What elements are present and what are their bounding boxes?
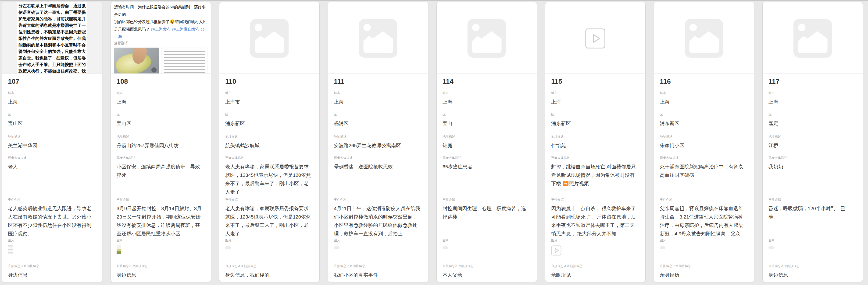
field-value-deceased: 小区保安，连续两周高强度值班，导致猝死: [117, 163, 203, 179]
field-label-deceased: 死者大体描述: [225, 156, 312, 160]
field-label-address: 地址描述: [442, 135, 529, 139]
record-id: 108: [117, 78, 128, 85]
field-label-image: 图片: [117, 238, 203, 243]
field-label-city: 城市: [117, 91, 203, 95]
field-label-district: 区: [769, 112, 855, 117]
field-label-address: 地址描述: [769, 135, 855, 139]
field-value-city: 上海: [442, 98, 529, 106]
record-id: 111: [334, 78, 344, 85]
image-thumbnail[interactable]: [8, 245, 13, 254]
record-card[interactable]: 117 城市上海 区嘉定 地址描述江桥 死者大体描述我奶奶 事件介绍昏迷，呼吸微…: [763, 2, 863, 282]
card-media[interactable]: [545, 2, 645, 74]
card-media[interactable]: 分左右联系上中华园居委会，通过微信语音确认了这一事实。由于需要保护患者家属的隐私…: [2, 2, 102, 74]
field-label-address: 地址描述: [8, 135, 94, 139]
field-label-image: 图片: [769, 238, 855, 243]
video-thumbnail[interactable]: [551, 245, 561, 256]
field-label-event: 事件介绍: [442, 198, 529, 202]
field-label-event: 事件介绍: [225, 198, 312, 202]
field-value-address: 安波路265弄兰花教师公寓南区: [334, 141, 420, 150]
image-placeholder-icon: [794, 19, 832, 58]
wechat-screenshot-image: 分左右联系上中华园居委会，通过微信语音确认了这一事实。由于需要保护患者家属的隐私…: [17, 2, 87, 73]
image-thumbnail[interactable]: [225, 246, 231, 249]
field-label-district: 区: [225, 112, 312, 117]
field-label-address: 地址描述: [225, 135, 312, 139]
card-media[interactable]: [654, 2, 754, 74]
field-label-direct: 直接信息还是间接信息: [551, 264, 638, 268]
field-value-address: 航头镇鹤沙航城: [225, 141, 312, 150]
field-value-event: 昏迷，呼吸微弱，120半小时到，已晚。: [769, 204, 855, 221]
screenshot-text: 分左右联系上中华园居委会，通过微信语音确认了这一事实。由于需要保护患者家属的隐私…: [19, 3, 86, 74]
field-label-district: 区: [660, 112, 746, 117]
record-card[interactable]: 110 城市上海市 区浦东新区 地址描述航头镇鹤沙航城 死者大体描述老人患有哮喘…: [219, 2, 320, 282]
record-card[interactable]: 运输有时间，为什么跟居委会的60的菜能到，还好多是烂的 别的区都已经分发过几批物…: [111, 2, 211, 282]
image-thumbnail[interactable]: [334, 246, 340, 249]
field-label-city: 城市: [660, 91, 746, 95]
field-value-event: 老人患有哮喘，家属联系居委报备要求就医，12345也表示尽快，但是120依然来不…: [225, 204, 312, 238]
field-value-direct: 本人父亲: [442, 271, 529, 279]
field-value-district: 宝山: [442, 119, 529, 128]
field-value-direct: 身边信息: [769, 271, 855, 279]
video-play-icon[interactable]: [585, 28, 606, 49]
field-label-event: 事件介绍: [117, 198, 203, 202]
field-value-direct: 身边信息: [8, 271, 94, 279]
card-media[interactable]: [437, 2, 537, 74]
record-card[interactable]: 116 城市上海 区浦东新区 地址描述朱家门小区 死者大体描述死于浦东医院新冠隔…: [654, 2, 754, 282]
field-label-direct: 直接信息还是间接信息: [769, 264, 855, 268]
field-value-direct: 亲眼所见: [551, 271, 638, 279]
field-label-event: 事件介绍: [8, 198, 94, 202]
field-label-direct: 直接信息还是间接信息: [442, 264, 529, 268]
field-label-district: 区: [551, 112, 638, 117]
field-label-direct: 直接信息还是间接信息: [8, 264, 94, 268]
field-value-district: 浦东新区: [551, 119, 638, 128]
field-value-event: 老人感染后物业街道无人跟进，导致老人在没有救援的情况下去世。另外该小区还有不少阳…: [8, 204, 94, 238]
record-id: 110: [225, 78, 236, 85]
field-label-address: 地址描述: [117, 135, 203, 139]
record-card[interactable]: 114 城市上海 区宝山 地址描述铂庭 死者大体描述65岁癌症患者 事件介绍封控…: [436, 2, 537, 282]
field-value-district: 宝山区: [117, 119, 203, 128]
field-value-direct: 亲身经历: [660, 271, 746, 279]
field-label-city: 城市: [442, 91, 529, 95]
card-media[interactable]: [219, 2, 319, 74]
field-label-deceased: 死者大体描述: [660, 156, 746, 160]
image-thumbnail[interactable]: [117, 245, 121, 254]
field-label-image: 图片: [660, 238, 746, 243]
record-id: 116: [660, 78, 671, 85]
article-screenshot-image[interactable]: [161, 47, 208, 74]
image-thumbnail[interactable]: [660, 246, 665, 249]
field-label-image: 图片: [225, 238, 312, 243]
field-label-deceased: 死者大体描述: [442, 156, 529, 160]
field-label-address: 地址描述: [551, 135, 638, 139]
card-media[interactable]: [328, 2, 428, 74]
image-thumbnail[interactable]: [769, 246, 774, 249]
field-label-city: 城市: [334, 91, 420, 95]
record-card[interactable]: 分左右联系上中华园居委会，通过微信语音确认了这一事实。由于需要保护患者家属的隐私…: [2, 2, 102, 282]
field-value-direct: 我们小区的真实事件: [334, 271, 420, 279]
field-value-deceased: 封控，跳楼自杀当场死亡 对面楼邻居只看见听见现场情况，因为集体被封没有下楼 有照…: [551, 163, 638, 188]
field-value-city: 上海: [551, 98, 638, 106]
field-label-district: 区: [442, 112, 529, 117]
image-thumbnail[interactable]: [442, 246, 448, 249]
field-value-district: 浦东新区: [225, 119, 312, 128]
record-card[interactable]: 115 城市上海 区浦东新区 地址描述仁怡苑 死者大体描述 封控，跳楼自杀当场死…: [545, 2, 646, 282]
field-label-event: 事件介绍: [551, 198, 638, 202]
field-value-event: 3月9日起开始封控，3月14日解封。3月23日又一轮封控开始，期间这位保安始终没…: [117, 204, 203, 238]
field-label-city: 城市: [225, 91, 312, 95]
record-card[interactable]: 111 城市上海 区杨浦区 地址描述安波路265弄兰花教师公寓南区 死者大体描述…: [328, 2, 428, 282]
image-placeholder-icon: [250, 19, 289, 58]
field-label-deceased: 死者大体描述: [334, 156, 420, 160]
field-value-city: 上海: [769, 98, 855, 106]
field-label-deceased: 死者大体描述: [551, 156, 638, 160]
see-translation-link[interactable]: 查看翻译: [114, 41, 208, 45]
post-text: 运输有时间，为什么跟居委会的60的菜能到，还好多是烂的 别的区都已经分发过几批物…: [114, 3, 208, 40]
field-label-deceased: 死者大体描述: [117, 156, 203, 160]
top-border: [0, 0, 868, 1]
card-media[interactable]: 运输有时间，为什么跟居委会的60的菜能到，还好多是烂的 别的区都已经分发过几批物…: [111, 2, 211, 74]
field-value-city: 上海市: [225, 98, 312, 106]
card-media[interactable]: [763, 2, 863, 74]
field-value-deceased: 晕倒昏迷，送医院抢救无效: [334, 163, 420, 171]
record-id: 115: [551, 78, 562, 85]
field-value-event: 父亲周嘉祖，肾衰且瘫痪在床靠血透维持生命，3.21住进第七人民医院肾病科治疗，由…: [660, 204, 746, 238]
cabbage-photo-image[interactable]: [114, 47, 159, 74]
field-value-city: 上海: [117, 98, 203, 106]
image-placeholder-icon: [685, 19, 723, 58]
